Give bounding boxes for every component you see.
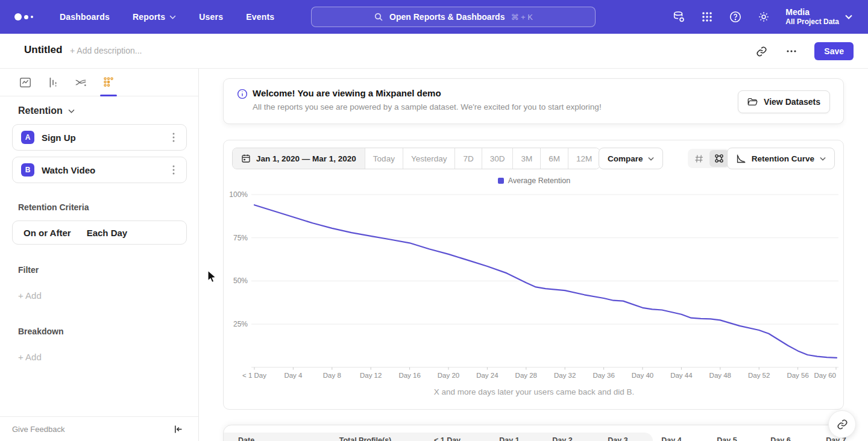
x-tick-label: Day 52 [748,372,770,379]
x-tick-label: Day 56 [787,372,808,379]
retention-curve-chart[interactable]: 100%75%50%25%< 1 DayDay 4Day 8Day 12Day … [224,140,844,381]
nav-item-label: Reports [133,12,165,22]
y-tick-label: 75% [233,234,248,242]
report-header: Untitled + Add description... Save [0,34,868,69]
y-tick-label: 25% [233,320,248,328]
retention-table-card: DateTotal Profile(s)< 1 DayDay 1Day 2Day… [223,425,844,441]
apps-grid-icon[interactable] [700,10,714,23]
table-column-header: Day 1 [499,436,519,441]
active-tab-indicator [100,95,117,96]
mixpanel-app: DashboardsReportsUsersEvents Open Report… [0,0,868,441]
report-type-label: Retention [18,105,63,116]
add-description-field[interactable]: + Add description... [70,46,142,55]
step-options-icon[interactable] [168,132,179,143]
tab-retention[interactable] [101,75,116,90]
collapse-sidebar-icon[interactable] [171,422,185,436]
report-type-dropdown[interactable]: Retention [18,105,75,116]
step-card-b[interactable]: B Watch Video [12,157,187,183]
table-column-header: Day 3 [608,436,627,441]
table-column-header: Day 5 [717,436,737,441]
save-button[interactable]: Save [814,42,854,60]
query-sidebar: Retention A Sign Up B Watch Video Retent… [0,69,199,441]
chevron-down-icon [68,109,75,113]
chevron-down-icon [845,14,852,19]
link-icon [837,419,848,430]
view-datasets-label: View Datasets [764,97,820,107]
demo-welcome-banner: Welcome! You are viewing a Mixpanel demo… [223,78,844,124]
x-tick-label: Day 12 [360,372,382,379]
report-actions: Save [754,34,854,69]
nav-item-users[interactable]: Users [199,12,223,22]
step-badge-b: B [21,163,34,177]
table-column-header: Day 6 [770,436,790,441]
criteria-each-day[interactable]: Each Day [87,228,128,238]
x-tick-label: Day 28 [515,372,537,379]
nav-item-label: Events [246,12,274,22]
sidebar-footer: Give Feedback [0,416,198,441]
primary-nav: DashboardsReportsUsersEvents [60,12,274,22]
nav-item-reports[interactable]: Reports [133,12,176,22]
settings-gear-icon[interactable] [757,10,770,23]
nav-item-label: Dashboards [60,12,110,22]
x-tick-label: Day 40 [632,372,653,379]
criteria-on-or-after[interactable]: On or After [24,228,71,238]
give-feedback-link[interactable]: Give Feedback [12,425,64,434]
nav-item-label: Users [199,12,223,22]
x-tick-label: Day 8 [323,372,341,379]
folder-icon [747,97,758,107]
x-tick-label: Day 48 [709,372,731,379]
x-tick-label: Day 44 [670,372,693,379]
copy-link-icon[interactable] [754,44,769,58]
table-column-header: Total Profile(s) [339,436,392,441]
project-subtitle: All Project Data [785,17,839,27]
tab-insights[interactable] [18,75,33,90]
help-icon[interactable] [729,10,742,23]
breakdown-heading: Breakdown [18,327,63,336]
x-tick-label: Day 32 [554,372,576,379]
x-tick-label: Day 24 [476,372,498,379]
nav-item-events[interactable]: Events [246,12,274,22]
tab-funnels[interactable] [46,75,60,90]
nav-item-dashboards[interactable]: Dashboards [60,12,110,22]
tab-flows[interactable] [74,75,88,90]
info-icon [237,89,248,102]
floating-share-link-button[interactable] [828,410,856,438]
step-badge-a: A [21,131,34,144]
filter-heading: Filter [18,265,39,275]
retention-chart-card: Jan 1, 2020 — Mar 1, 2020 TodayYesterday… [223,140,844,410]
view-datasets-button[interactable]: View Datasets [738,90,830,113]
retention-criteria-heading: Retention Criteria [18,202,89,212]
banner-subtitle: All the reports you see are powered by a… [253,102,602,111]
project-name: Media [785,7,839,17]
report-title[interactable]: Untitled [24,44,62,56]
step-label-b: Watch Video [42,165,95,175]
top-navbar: DashboardsReportsUsersEvents Open Report… [0,0,868,34]
search-label: Open Reports & Dashboards [389,12,505,22]
retention-line-series[interactable] [254,205,837,358]
chart-caption: X and more days later your users came ba… [224,387,844,396]
table-column-header: < 1 Day [434,436,461,441]
x-tick-label: Day 16 [398,372,420,379]
step-label-a: Sign Up [42,133,76,143]
data-management-icon[interactable] [672,10,685,23]
more-options-icon[interactable] [784,44,799,58]
mixpanel-logo-icon[interactable] [14,13,33,20]
x-tick-label: Day 4 [284,372,303,379]
x-tick-label: Day 36 [593,372,614,379]
retention-criteria-selector[interactable]: On or After Each Day [12,220,187,245]
x-tick-label: < 1 Day [242,372,266,379]
banner-title: Welcome! You are viewing a Mixpanel demo [253,88,441,98]
step-options-icon[interactable] [168,164,179,175]
y-tick-label: 50% [233,277,248,285]
search-shortcut: ⌘ + K [511,13,533,22]
filter-add-button[interactable]: + Add [18,290,42,301]
chevron-down-icon [169,15,176,19]
report-type-tabs [0,69,198,96]
table-column-header: Date [238,436,254,441]
x-tick-label: Day 20 [438,372,459,379]
project-switcher[interactable]: Media All Project Data [785,7,852,27]
table-column-header: Day 2 [552,436,572,441]
step-card-a[interactable]: A Sign Up [12,124,187,151]
global-search-input[interactable]: Open Reports & Dashboards ⌘ + K [311,7,596,27]
breakdown-add-button[interactable]: + Add [18,352,42,362]
